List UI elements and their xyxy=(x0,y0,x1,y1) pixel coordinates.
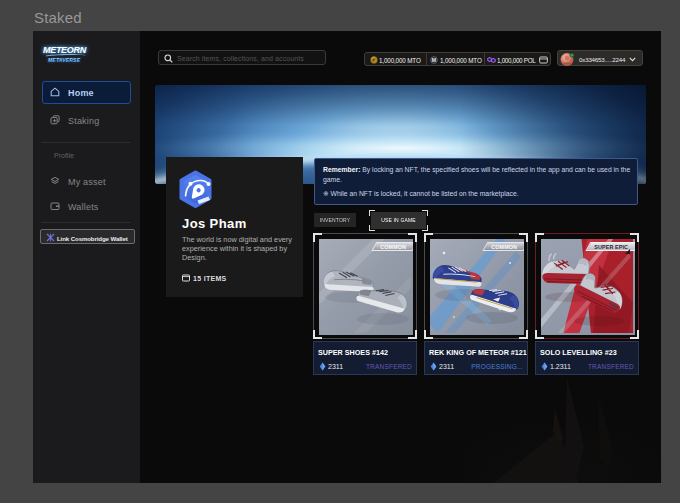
svg-text:METAVERSE: METAVERSE xyxy=(48,57,81,63)
svg-text:M: M xyxy=(432,57,436,63)
svg-text:METEORN: METEORN xyxy=(43,45,87,55)
